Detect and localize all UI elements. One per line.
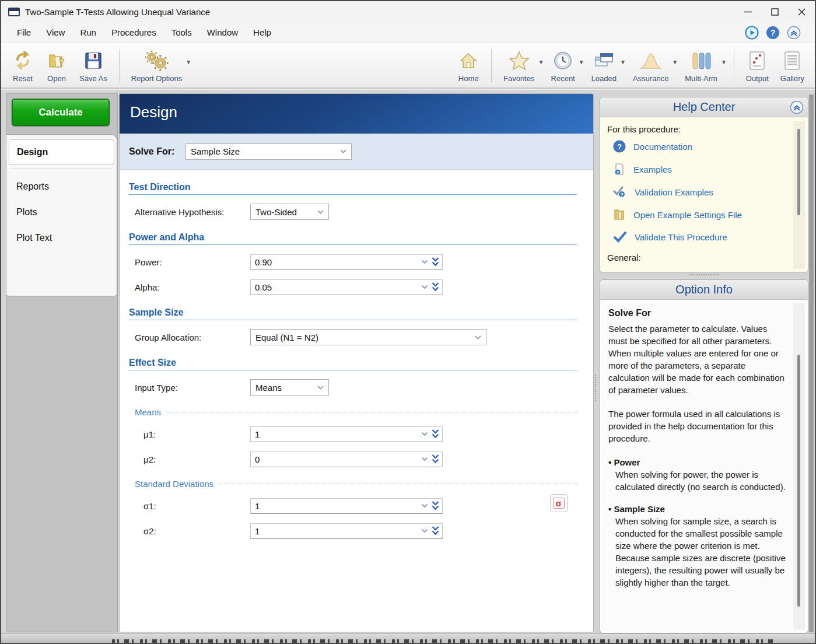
multi-arm-button[interactable]: Multi-Arm [679,46,723,86]
section-sample-size: Sample Size [129,307,577,320]
tab-reports[interactable]: Reports [6,174,117,200]
open-button[interactable]: Open [40,46,73,86]
double-chevron-icon[interactable] [431,500,440,512]
help-scrollbar[interactable] [793,121,805,269]
option-info-scrollbar[interactable] [793,303,805,629]
input-type-select[interactable]: Means [250,379,329,396]
sigma2-input[interactable] [251,526,421,536]
report-options-dropdown-icon[interactable]: ▼ [185,59,191,65]
help-center-body: For this procedure: ? Documentation ? Ex… [600,117,808,272]
solve-for-select[interactable]: Sample Size [185,144,352,160]
alpha-combo [250,279,443,295]
status-bar [1,634,815,643]
collapse-panel-icon[interactable] [787,26,801,40]
chevron-down-icon[interactable] [421,285,428,289]
menu-help[interactable]: Help [246,24,279,41]
menu-procedures[interactable]: Procedures [104,24,164,41]
sigma1-label: σ1: [143,501,250,511]
loaded-button[interactable]: Loaded [586,46,622,86]
recent-button[interactable]: Recent [545,46,581,86]
sidebar-tab-list: Design Reports Plots Plot Text [6,134,117,296]
tab-plots[interactable]: Plots [6,200,117,225]
double-chevron-icon[interactable] [431,428,440,440]
minimize-button[interactable] [734,2,761,22]
report-options-button[interactable]: Report Options [125,46,188,86]
window-title: Two-Sample T-Tests Allowing Unequal Vari… [25,7,210,17]
close-button[interactable] [788,2,815,22]
alt-hypothesis-select[interactable]: Two-Sided [250,204,329,220]
menu-view[interactable]: View [38,24,72,41]
loaded-dropdown-icon[interactable]: ▼ [620,59,626,65]
home-icon [458,49,478,72]
favorites-button[interactable]: Favorites [498,46,540,86]
clock-icon [553,49,573,72]
chevron-down-icon[interactable] [421,432,428,436]
app-icon [8,8,20,16]
alpha-input[interactable] [251,282,421,292]
link-documentation[interactable]: Documentation [633,142,692,152]
menu-window[interactable]: Window [199,24,246,41]
chevron-down-icon[interactable] [421,503,428,508]
chevron-down-icon[interactable] [421,260,428,264]
power-input[interactable] [251,257,421,267]
save-as-button[interactable]: Save As [73,46,113,86]
reset-button[interactable]: Reset [6,46,40,86]
link-open-example-settings[interactable]: Open Example Settings File [633,210,742,220]
menu-bar: File View Run Procedures Tools Window He… [1,22,815,43]
design-panel-title: Design [120,94,593,134]
toolbar: Reset Open [1,43,815,89]
menu-tools[interactable]: Tools [164,24,199,41]
sigma-tool-button[interactable]: σ [550,494,568,512]
assurance-dropdown-icon[interactable]: ▼ [672,59,678,65]
chevron-down-icon [317,210,324,214]
chevron-down-icon[interactable] [421,528,428,533]
mu2-input[interactable] [251,454,421,464]
sidebar: Calculate Design Reports Plots Plot Text [6,93,118,632]
group-allocation-select[interactable]: Equal (N1 = N2) [250,329,486,345]
mu1-input[interactable] [251,429,421,439]
panel-splitter-handle[interactable] [689,274,719,276]
chevron-down-icon [317,386,324,390]
sigma1-input[interactable] [251,501,421,511]
double-chevron-icon[interactable] [431,281,440,293]
subsection-standard-deviations: Standard Deviations [135,479,577,489]
mu1-label: μ1: [143,429,250,439]
multi-arm-dropdown-icon[interactable]: ▼ [721,59,727,65]
svg-text:?: ? [617,142,622,151]
tab-plot-text[interactable]: Plot Text [6,225,117,251]
solve-for-row: Solve For: Sample Size [120,134,593,170]
home-button[interactable]: Home [451,46,485,86]
double-chevron-icon[interactable] [431,453,440,466]
link-validation-examples[interactable]: Validation Examples [635,187,713,197]
double-chevron-icon[interactable] [431,525,440,537]
menu-run[interactable]: Run [72,24,104,41]
link-validate-procedure[interactable]: Validate This Procedure [635,232,727,242]
help-icon[interactable]: ? [766,26,780,40]
chevron-down-icon [340,149,346,153]
tab-design[interactable]: Design [9,139,114,165]
status-clipped-text [112,639,774,643]
run-play-icon[interactable] [745,26,759,40]
recent-dropdown-icon[interactable]: ▼ [579,59,584,65]
output-button[interactable]: Output [740,46,775,86]
sigma2-combo [250,523,443,539]
favorites-dropdown-icon[interactable]: ▼ [538,59,544,65]
alt-hypothesis-label: Alternative Hypothesis: [135,207,250,217]
svg-text:?: ? [620,192,624,198]
bell-curve-icon [639,49,663,72]
assurance-button[interactable]: Assurance [627,46,674,86]
maximize-button[interactable] [761,2,788,22]
option-info-body: Solve For Select the parameter to calcul… [600,300,808,633]
calculate-button[interactable]: Calculate [12,99,110,126]
gallery-button[interactable]: Gallery [775,46,810,86]
column-splitter-handle[interactable] [595,374,597,401]
help-collapse-icon[interactable] [790,100,804,114]
section-power-alpha: Power and Alpha [129,232,577,245]
option-info-bullet-power: Power When solving for power, the power … [608,456,787,493]
validation-examples-icon: ? [613,186,627,198]
title-bar: Two-Sample T-Tests Allowing Unequal Vari… [1,1,815,22]
link-examples[interactable]: Examples [633,164,672,174]
chevron-down-icon[interactable] [421,457,428,461]
menu-file[interactable]: File [9,24,38,41]
double-chevron-icon[interactable] [431,256,440,268]
